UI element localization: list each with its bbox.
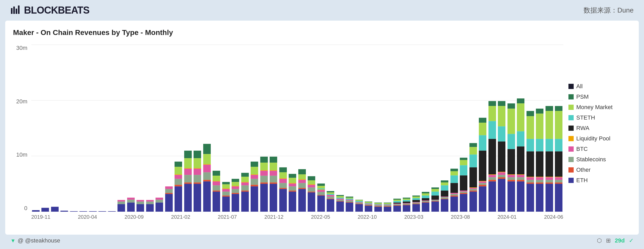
header: BLOCKBEATS 数据来源：Dune [0,0,644,21]
bar-group[interactable] [516,45,525,212]
bar-group[interactable] [98,45,107,212]
bar-group[interactable] [164,45,174,212]
bar-group[interactable] [326,45,335,212]
bar-group[interactable] [41,45,50,212]
legend-item[interactable]: BTC [568,146,631,152]
bar-segment-psm [232,179,239,182]
bar-stack [298,169,306,212]
bar-group[interactable] [545,45,554,212]
bar-segment-eth [527,184,534,212]
legend-item[interactable]: All [568,83,631,90]
bar-group[interactable] [355,45,364,212]
bar-group[interactable] [250,45,259,212]
bar-group[interactable] [488,45,497,212]
bar-group[interactable] [307,45,316,212]
bar-group[interactable] [431,45,440,212]
data-source-label: 数据来源：Dune [584,6,634,15]
bar-segment-psm [546,106,553,111]
bar-group[interactable] [526,45,535,212]
legend-label-text: Money Market [576,104,612,111]
legend-item[interactable]: ETH [568,177,631,184]
legend-item[interactable]: Stablecoins [568,156,631,163]
bar-group[interactable] [507,45,516,212]
bar-segment-money_market [498,106,505,126]
legend-item[interactable]: Money Market [568,104,631,111]
x-label: 2024-01 [498,214,517,220]
bar-group[interactable] [450,45,459,212]
bar-group[interactable] [269,45,278,212]
legend-item[interactable]: Liquidity Pool [568,135,631,142]
bar-group[interactable] [202,45,212,212]
x-labels: 2019-112020-042020-092021-022021-072021-… [31,214,563,220]
bar-segment-btc [317,190,325,192]
bar-group[interactable] [88,45,97,212]
bar-segment-steth [555,139,562,151]
bar-segment-eth [488,181,496,212]
bar-segment-money_market [469,147,477,155]
bar-group[interactable] [136,45,145,212]
link-icon[interactable]: ⬡ [597,237,602,244]
bar-group[interactable] [60,45,69,212]
bar-group[interactable] [145,45,154,212]
legend-item[interactable]: RWA [568,125,631,132]
bar-segment-eth [127,203,135,212]
bar-segment-eth [412,204,420,212]
bar-group[interactable] [317,45,326,212]
bar-group[interactable] [440,45,449,212]
bar-group[interactable] [469,45,478,212]
bar-group[interactable] [50,45,59,212]
bar-group[interactable] [288,45,297,212]
bar-group[interactable] [155,45,164,212]
bar-group[interactable] [345,45,354,212]
bar-group[interactable] [364,45,373,212]
bar-group[interactable] [183,45,193,212]
bar-segment-psm [479,118,486,123]
bar-group[interactable] [478,45,487,212]
bar-group[interactable] [402,45,411,212]
bar-group[interactable] [221,45,231,212]
bar-stack [184,151,192,212]
bar-segment-money_market [194,158,201,168]
bar-group[interactable] [117,45,126,212]
bar-group[interactable] [421,45,430,212]
bar-group[interactable] [459,45,468,212]
bar-group[interactable] [107,45,116,212]
bar-group[interactable] [193,45,202,212]
bar-group[interactable] [212,45,221,212]
image-icon[interactable]: ⊞ [606,237,611,244]
bar-group[interactable] [554,45,564,212]
bar-group[interactable] [174,45,183,212]
bar-group[interactable] [69,45,78,212]
bar-group[interactable] [535,45,544,212]
bar-group[interactable] [298,45,307,212]
y-label-30m: 30m [16,45,27,51]
x-label: 2021-12 [264,214,283,220]
bar-segment-stablecoins [270,176,277,182]
bar-group[interactable] [393,45,402,212]
bar-group[interactable] [240,45,250,212]
bar-group[interactable] [374,45,383,212]
bar-group[interactable] [412,45,421,212]
legend-item[interactable]: STETH [568,114,631,121]
verified-icon: ✓ [629,237,634,244]
bar-segment-money_market [175,167,182,174]
bar-segment-money_market [536,114,543,139]
bar-group[interactable] [79,45,88,212]
bar-segment-btc [298,180,306,183]
bar-group[interactable] [278,45,288,212]
bar-group[interactable] [497,45,506,212]
bar-segment-btc [546,177,553,180]
legend-item[interactable]: PSM [568,93,631,100]
bar-group[interactable] [383,45,392,212]
bar-group[interactable] [259,45,269,212]
bar-group[interactable] [231,45,240,212]
bar-segment-psm [536,109,543,114]
bar-group[interactable] [31,45,40,212]
bar-segment-stablecoins [555,180,562,182]
bar-stack [222,182,230,212]
bar-segment-eth [308,192,315,212]
bar-group[interactable] [126,45,135,212]
bar-segment-money_market [241,177,249,182]
bar-group[interactable] [336,45,345,212]
legend-item[interactable]: Other [568,167,631,173]
